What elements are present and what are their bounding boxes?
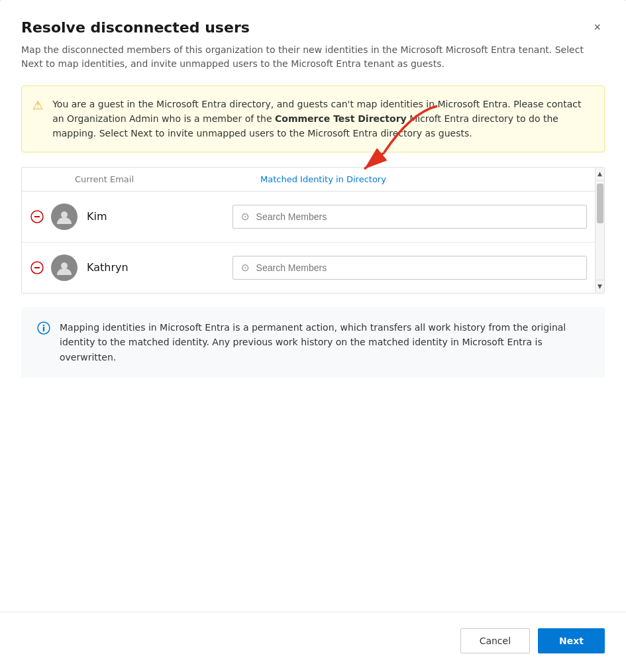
svg-point-6 <box>61 262 68 269</box>
info-icon: i <box>37 321 50 337</box>
scrollbar[interactable]: ▲ ▼ <box>595 168 604 293</box>
search-members-kim[interactable]: ⊙ <box>233 205 587 229</box>
remove-icon <box>30 261 44 274</box>
svg-point-3 <box>61 211 68 218</box>
user-name-kim: Kim <box>87 210 219 223</box>
users-table-area: ▲ ▼ Current Email Matched Identity in Di… <box>0 167 626 612</box>
resolve-disconnected-users-dialog: Resolve disconnected users × Map the dis… <box>0 0 626 672</box>
next-button[interactable]: Next <box>538 628 605 653</box>
dialog-subtitle: Map the disconnected members of this org… <box>21 43 591 71</box>
user-avatar-icon <box>56 259 73 276</box>
scrollbar-thumb[interactable] <box>597 184 603 223</box>
table-body: Kim ⊙ <box>22 192 604 293</box>
user-avatar-icon <box>56 208 73 225</box>
dialog-footer: Cancel Next <box>0 612 626 672</box>
search-members-kathryn[interactable]: ⊙ <box>233 256 587 280</box>
warning-icon: ⚠ <box>32 98 43 112</box>
svg-text:i: i <box>42 323 45 333</box>
close-button[interactable]: × <box>590 20 605 34</box>
col-identity-header: Matched Identity in Directory <box>260 174 572 184</box>
remove-icon <box>30 210 44 223</box>
remove-user-button-kim[interactable] <box>30 209 44 224</box>
warning-bold-text: Commerce Test Directory <box>275 113 407 124</box>
info-circle-icon: i <box>37 321 50 335</box>
table-row: Kim ⊙ <box>22 192 595 243</box>
remove-user-button-kathryn[interactable] <box>30 260 44 275</box>
warning-text: You are a guest in the Microsoft Entra d… <box>52 97 591 141</box>
table-row: Kathryn ⊙ <box>22 243 595 293</box>
scroll-up-button[interactable]: ▲ <box>596 168 605 181</box>
scroll-down-button[interactable]: ▼ <box>596 280 605 293</box>
users-table: ▲ ▼ Current Email Matched Identity in Di… <box>21 167 605 294</box>
col-email-header: Current Email <box>75 174 260 184</box>
info-section: i Mapping identities in Microsoft Entra … <box>21 307 605 378</box>
cancel-button[interactable]: Cancel <box>460 628 530 653</box>
avatar-kathryn <box>51 254 78 281</box>
info-text: Mapping identities in Microsoft Entra is… <box>60 320 589 364</box>
dialog-title: Resolve disconnected users <box>21 19 250 38</box>
user-name-kathryn: Kathryn <box>87 261 219 274</box>
table-header: Current Email Matched Identity in Direct… <box>22 168 604 192</box>
dialog-header: Resolve disconnected users × Map the dis… <box>0 0 626 71</box>
search-members-input-kathryn[interactable] <box>256 262 578 273</box>
search-members-icon-kathryn: ⊙ <box>241 262 250 274</box>
avatar-kim <box>51 203 78 230</box>
search-members-input-kim[interactable] <box>256 211 578 222</box>
warning-box: ⚠ You are a guest in the Microsoft Entra… <box>21 85 605 152</box>
search-members-icon-kim: ⊙ <box>241 211 250 223</box>
